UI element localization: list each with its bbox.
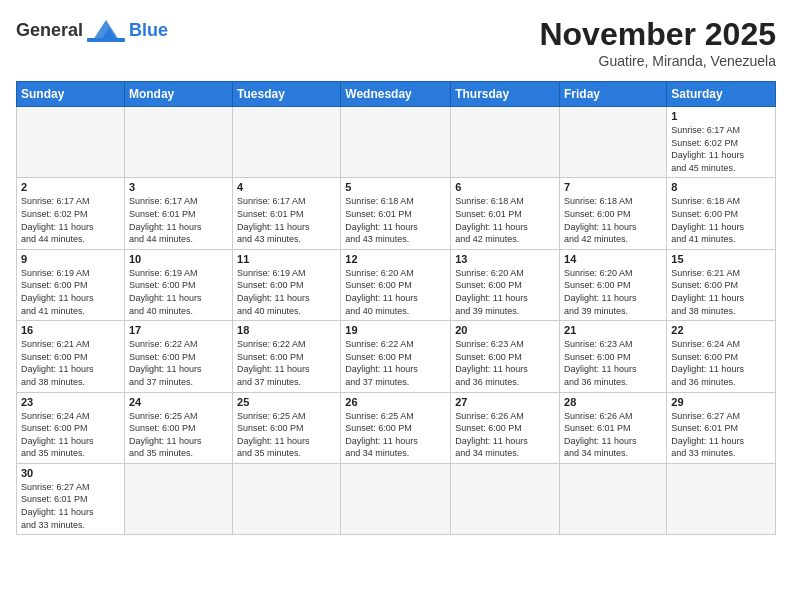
calendar-cell: 26Sunrise: 6:25 AM Sunset: 6:00 PM Dayli… (341, 392, 451, 463)
day-info: Sunrise: 6:20 AM Sunset: 6:00 PM Dayligh… (455, 267, 555, 317)
calendar-cell (341, 107, 451, 178)
calendar-cell: 29Sunrise: 6:27 AM Sunset: 6:01 PM Dayli… (667, 392, 776, 463)
day-info: Sunrise: 6:19 AM Sunset: 6:00 PM Dayligh… (129, 267, 228, 317)
calendar-cell: 15Sunrise: 6:21 AM Sunset: 6:00 PM Dayli… (667, 249, 776, 320)
calendar-cell: 23Sunrise: 6:24 AM Sunset: 6:00 PM Dayli… (17, 392, 125, 463)
day-info: Sunrise: 6:19 AM Sunset: 6:00 PM Dayligh… (21, 267, 120, 317)
calendar-cell: 5Sunrise: 6:18 AM Sunset: 6:01 PM Daylig… (341, 178, 451, 249)
col-monday: Monday (124, 82, 232, 107)
day-number: 13 (455, 253, 555, 265)
day-info: Sunrise: 6:25 AM Sunset: 6:00 PM Dayligh… (237, 410, 336, 460)
calendar-cell: 22Sunrise: 6:24 AM Sunset: 6:00 PM Dayli… (667, 321, 776, 392)
day-info: Sunrise: 6:23 AM Sunset: 6:00 PM Dayligh… (564, 338, 662, 388)
day-number: 28 (564, 396, 662, 408)
day-number: 21 (564, 324, 662, 336)
calendar-cell (341, 463, 451, 534)
day-number: 8 (671, 181, 771, 193)
day-number: 16 (21, 324, 120, 336)
calendar-week-row: 16Sunrise: 6:21 AM Sunset: 6:00 PM Dayli… (17, 321, 776, 392)
calendar-cell: 3Sunrise: 6:17 AM Sunset: 6:01 PM Daylig… (124, 178, 232, 249)
calendar-cell: 1Sunrise: 6:17 AM Sunset: 6:02 PM Daylig… (667, 107, 776, 178)
calendar-cell: 18Sunrise: 6:22 AM Sunset: 6:00 PM Dayli… (233, 321, 341, 392)
col-wednesday: Wednesday (341, 82, 451, 107)
day-info: Sunrise: 6:19 AM Sunset: 6:00 PM Dayligh… (237, 267, 336, 317)
calendar-week-row: 23Sunrise: 6:24 AM Sunset: 6:00 PM Dayli… (17, 392, 776, 463)
calendar-table: Sunday Monday Tuesday Wednesday Thursday… (16, 81, 776, 535)
day-info: Sunrise: 6:24 AM Sunset: 6:00 PM Dayligh… (671, 338, 771, 388)
logo-area: General Blue (16, 16, 168, 44)
calendar-cell: 24Sunrise: 6:25 AM Sunset: 6:00 PM Dayli… (124, 392, 232, 463)
day-number: 15 (671, 253, 771, 265)
day-number: 1 (671, 110, 771, 122)
day-number: 10 (129, 253, 228, 265)
day-number: 12 (345, 253, 446, 265)
day-number: 23 (21, 396, 120, 408)
calendar-cell (124, 107, 232, 178)
calendar-week-row: 9Sunrise: 6:19 AM Sunset: 6:00 PM Daylig… (17, 249, 776, 320)
day-number: 25 (237, 396, 336, 408)
col-sunday: Sunday (17, 82, 125, 107)
day-number: 2 (21, 181, 120, 193)
calendar-cell (233, 107, 341, 178)
day-info: Sunrise: 6:18 AM Sunset: 6:01 PM Dayligh… (345, 195, 446, 245)
day-number: 7 (564, 181, 662, 193)
day-number: 9 (21, 253, 120, 265)
calendar-week-row: 30Sunrise: 6:27 AM Sunset: 6:01 PM Dayli… (17, 463, 776, 534)
calendar-header-row: Sunday Monday Tuesday Wednesday Thursday… (17, 82, 776, 107)
day-info: Sunrise: 6:22 AM Sunset: 6:00 PM Dayligh… (345, 338, 446, 388)
calendar-cell (17, 107, 125, 178)
calendar-cell (233, 463, 341, 534)
calendar-cell: 12Sunrise: 6:20 AM Sunset: 6:00 PM Dayli… (341, 249, 451, 320)
day-number: 17 (129, 324, 228, 336)
day-number: 19 (345, 324, 446, 336)
calendar-cell: 9Sunrise: 6:19 AM Sunset: 6:00 PM Daylig… (17, 249, 125, 320)
calendar-cell: 28Sunrise: 6:26 AM Sunset: 6:01 PM Dayli… (560, 392, 667, 463)
day-number: 11 (237, 253, 336, 265)
day-number: 4 (237, 181, 336, 193)
calendar-cell: 19Sunrise: 6:22 AM Sunset: 6:00 PM Dayli… (341, 321, 451, 392)
day-number: 24 (129, 396, 228, 408)
calendar-cell: 2Sunrise: 6:17 AM Sunset: 6:02 PM Daylig… (17, 178, 125, 249)
day-number: 22 (671, 324, 771, 336)
calendar-cell: 17Sunrise: 6:22 AM Sunset: 6:00 PM Dayli… (124, 321, 232, 392)
calendar-cell: 21Sunrise: 6:23 AM Sunset: 6:00 PM Dayli… (560, 321, 667, 392)
calendar-cell (667, 463, 776, 534)
day-info: Sunrise: 6:26 AM Sunset: 6:01 PM Dayligh… (564, 410, 662, 460)
day-info: Sunrise: 6:18 AM Sunset: 6:00 PM Dayligh… (564, 195, 662, 245)
logo-icon (87, 16, 125, 44)
day-info: Sunrise: 6:17 AM Sunset: 6:02 PM Dayligh… (21, 195, 120, 245)
day-info: Sunrise: 6:18 AM Sunset: 6:00 PM Dayligh… (671, 195, 771, 245)
calendar-cell: 7Sunrise: 6:18 AM Sunset: 6:00 PM Daylig… (560, 178, 667, 249)
day-info: Sunrise: 6:17 AM Sunset: 6:01 PM Dayligh… (129, 195, 228, 245)
day-info: Sunrise: 6:21 AM Sunset: 6:00 PM Dayligh… (671, 267, 771, 317)
day-info: Sunrise: 6:24 AM Sunset: 6:00 PM Dayligh… (21, 410, 120, 460)
calendar-cell: 11Sunrise: 6:19 AM Sunset: 6:00 PM Dayli… (233, 249, 341, 320)
logo-blue-text: Blue (129, 20, 168, 41)
day-info: Sunrise: 6:26 AM Sunset: 6:00 PM Dayligh… (455, 410, 555, 460)
calendar-cell (451, 107, 560, 178)
calendar-cell: 13Sunrise: 6:20 AM Sunset: 6:00 PM Dayli… (451, 249, 560, 320)
col-friday: Friday (560, 82, 667, 107)
title-area: November 2025 Guatire, Miranda, Venezuel… (539, 16, 776, 69)
day-info: Sunrise: 6:20 AM Sunset: 6:00 PM Dayligh… (564, 267, 662, 317)
day-number: 20 (455, 324, 555, 336)
calendar-cell (560, 107, 667, 178)
svg-rect-2 (87, 38, 125, 42)
day-info: Sunrise: 6:27 AM Sunset: 6:01 PM Dayligh… (671, 410, 771, 460)
day-info: Sunrise: 6:21 AM Sunset: 6:00 PM Dayligh… (21, 338, 120, 388)
calendar-cell: 16Sunrise: 6:21 AM Sunset: 6:00 PM Dayli… (17, 321, 125, 392)
day-info: Sunrise: 6:17 AM Sunset: 6:02 PM Dayligh… (671, 124, 771, 174)
month-title: November 2025 (539, 16, 776, 53)
day-number: 27 (455, 396, 555, 408)
day-number: 14 (564, 253, 662, 265)
col-thursday: Thursday (451, 82, 560, 107)
day-info: Sunrise: 6:23 AM Sunset: 6:00 PM Dayligh… (455, 338, 555, 388)
calendar-cell: 27Sunrise: 6:26 AM Sunset: 6:00 PM Dayli… (451, 392, 560, 463)
calendar-cell: 25Sunrise: 6:25 AM Sunset: 6:00 PM Dayli… (233, 392, 341, 463)
calendar-cell: 6Sunrise: 6:18 AM Sunset: 6:01 PM Daylig… (451, 178, 560, 249)
day-info: Sunrise: 6:22 AM Sunset: 6:00 PM Dayligh… (129, 338, 228, 388)
day-info: Sunrise: 6:17 AM Sunset: 6:01 PM Dayligh… (237, 195, 336, 245)
calendar-cell: 30Sunrise: 6:27 AM Sunset: 6:01 PM Dayli… (17, 463, 125, 534)
calendar-cell (560, 463, 667, 534)
day-number: 3 (129, 181, 228, 193)
